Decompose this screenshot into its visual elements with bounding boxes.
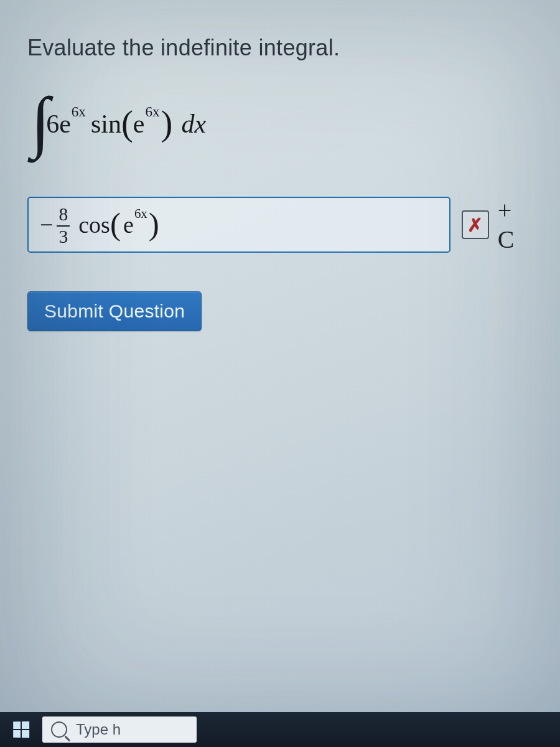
exponent-6x: 6x (72, 103, 86, 120)
submit-question-button[interactable]: Submit Question (27, 291, 202, 331)
integral-sign: ∫ (31, 94, 50, 149)
cos-func: cos (78, 211, 110, 238)
fraction-numerator: 8 (57, 205, 70, 225)
incorrect-icon: ✗ (462, 210, 489, 239)
base-e: e (59, 109, 71, 139)
answer-close-paren: ) (149, 205, 159, 242)
inner-base-e: e (133, 109, 145, 139)
answer-inner-e: e6x (123, 211, 149, 238)
windows-logo-icon (13, 721, 29, 738)
x-mark-icon: ✗ (467, 214, 483, 236)
differential-dx: dx (181, 109, 206, 139)
search-placeholder-text: Type h (76, 721, 121, 738)
plus-constant: + C (498, 195, 533, 254)
answer-input[interactable]: − 8 3 cos ( e6x ) (27, 197, 450, 252)
open-paren: ( (121, 103, 133, 143)
integrand-e1: e6x (59, 109, 87, 139)
taskbar-search[interactable]: Type h (42, 716, 197, 743)
answer-row: − 8 3 cos ( e6x ) ✗ + C (27, 195, 533, 254)
fraction-8-3: 8 3 (57, 205, 70, 246)
integral-expression: ∫ 6 e6x sin ( e6x ) dx (31, 90, 533, 158)
windows-taskbar: Type h (0, 712, 560, 747)
start-button[interactable] (5, 716, 37, 743)
answer-open-paren: ( (110, 205, 121, 242)
answer-exponent-6x: 6x (134, 206, 147, 222)
question-prompt: Evaluate the indefinite integral. (27, 35, 533, 61)
inner-e: e6x (133, 109, 161, 139)
fraction-denominator: 3 (57, 225, 70, 247)
inner-exponent-6x: 6x (145, 103, 159, 120)
leading-minus: − (40, 211, 53, 238)
sin-func: sin (91, 109, 121, 139)
answer-base-e: e (123, 211, 134, 238)
search-icon (51, 721, 67, 738)
close-paren: ) (161, 103, 173, 143)
